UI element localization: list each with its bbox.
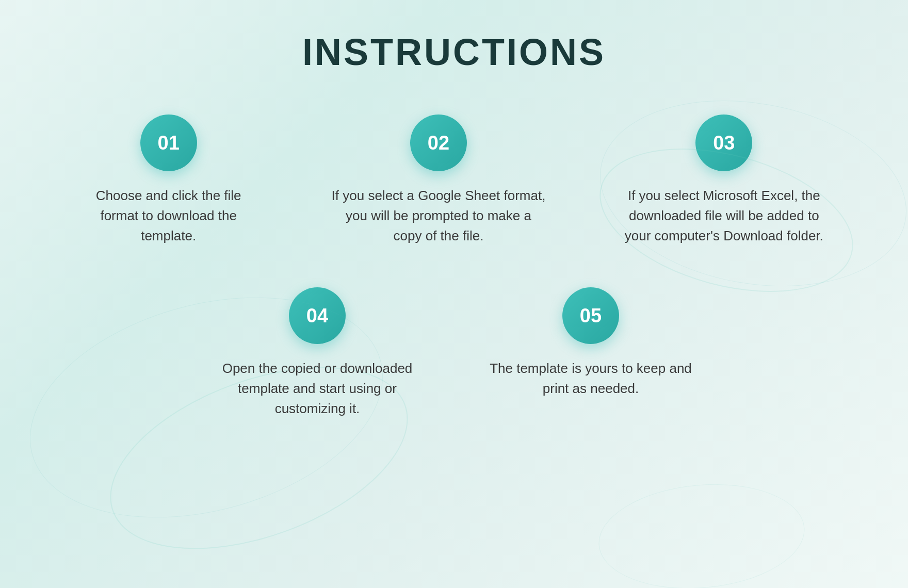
- step-circle-05: 05: [562, 287, 619, 344]
- step-number-01: 01: [158, 132, 180, 154]
- step-text-01: Choose and click the file format to down…: [76, 186, 262, 246]
- steps-container: 01 Choose and click the file format to d…: [41, 115, 867, 419]
- step-number-03: 03: [713, 132, 735, 154]
- step-text-03: If you select Microsoft Excel, the downl…: [615, 186, 832, 246]
- step-text-02: If you select a Google Sheet format, you…: [330, 186, 547, 246]
- step-item-02: 02 If you select a Google Sheet format, …: [330, 115, 547, 246]
- steps-row-2: 04 Open the copied or downloaded templat…: [41, 287, 867, 419]
- step-circle-03: 03: [695, 115, 752, 171]
- step-text-05: The template is yours to keep and print …: [482, 358, 699, 399]
- page-title: INSTRUCTIONS: [302, 31, 606, 73]
- step-circle-02: 02: [410, 115, 467, 171]
- step-circle-01: 01: [140, 115, 197, 171]
- step-item-05: 05 The template is yours to keep and pri…: [482, 287, 699, 399]
- step-item-03: 03 If you select Microsoft Excel, the do…: [615, 115, 832, 246]
- step-number-04: 04: [306, 305, 328, 327]
- step-item-04: 04 Open the copied or downloaded templat…: [209, 287, 426, 419]
- step-number-02: 02: [428, 132, 449, 154]
- step-circle-04: 04: [289, 287, 346, 344]
- step-text-04: Open the copied or downloaded template a…: [209, 358, 426, 419]
- page-container: INSTRUCTIONS 01 Choose and click the fil…: [0, 0, 908, 588]
- steps-row-1: 01 Choose and click the file format to d…: [41, 115, 867, 246]
- decorative-circle-3: [594, 476, 809, 588]
- step-number-05: 05: [580, 305, 602, 327]
- step-item-01: 01 Choose and click the file format to d…: [76, 115, 262, 246]
